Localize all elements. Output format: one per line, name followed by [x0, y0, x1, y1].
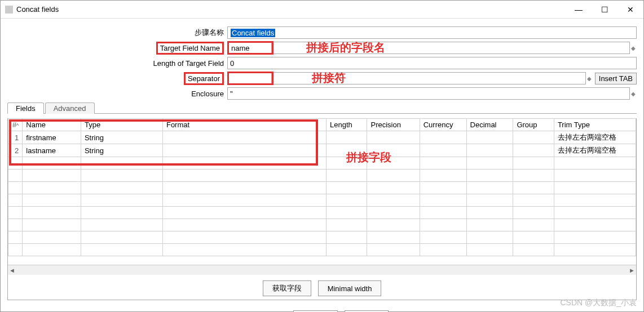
length-label: Length of Target Field	[7, 59, 227, 68]
scroll-left-icon[interactable]: ◄	[9, 267, 15, 274]
tab-fields[interactable]: Fields	[7, 102, 44, 114]
enclosure-input[interactable]	[227, 87, 630, 100]
separator-label: Separator	[184, 72, 224, 85]
col-type[interactable]: Type	[81, 119, 162, 131]
col-length[interactable]: Length	[326, 119, 367, 131]
horizontal-scrollbar[interactable]: ◄ ►	[8, 265, 636, 275]
app-icon	[5, 6, 13, 14]
titlebar: Concat fields — ☐ ✕	[1, 1, 643, 19]
col-group[interactable]: Group	[513, 119, 554, 131]
insert-tab-button[interactable]: Insert TAB	[595, 73, 637, 84]
step-name-input[interactable]: Concat fields	[227, 26, 637, 39]
target-field-label: Target Field Name	[156, 42, 224, 55]
col-format[interactable]: Format	[162, 119, 326, 131]
separator-input[interactable]	[229, 73, 272, 83]
field-helper-icon[interactable]: ◆	[586, 75, 593, 82]
scroll-right-icon[interactable]: ►	[629, 267, 635, 274]
col-decimal[interactable]: Decimal	[466, 119, 513, 131]
minimal-width-button[interactable]: Minimal width	[318, 280, 382, 296]
step-name-value: Concat fields	[231, 29, 275, 37]
minimize-button[interactable]: —	[566, 1, 592, 19]
annotation-fields: 拼接字段	[346, 150, 391, 165]
window-title: Concat fields	[16, 5, 59, 14]
field-helper-icon[interactable]: ◆	[630, 91, 637, 97]
length-input[interactable]	[227, 57, 637, 69]
step-name-label: 步骤名称	[7, 28, 227, 38]
col-currency[interactable]: Currency	[420, 119, 466, 131]
tab-strip: Fields Advanced	[7, 102, 637, 114]
table-row[interactable]: 1 firstname String 去掉左右两端空格	[8, 131, 636, 144]
annotation-separator: 拼接符	[312, 70, 346, 86]
window-controls: — ☐ ✕	[566, 1, 643, 19]
field-helper-icon[interactable]: ◆	[630, 45, 637, 51]
col-precision[interactable]: Precision	[367, 119, 420, 131]
maximize-button[interactable]: ☐	[592, 1, 617, 19]
target-field-input[interactable]	[229, 43, 272, 53]
annotation-target-field: 拼接后的字段名	[306, 40, 385, 55]
table-header-row: #^ Name Type Format Length Precision Cur…	[8, 119, 636, 131]
col-name[interactable]: Name	[23, 119, 81, 131]
col-trim[interactable]: Trim Type	[554, 119, 636, 131]
get-fields-button[interactable]: 获取字段	[263, 280, 311, 296]
enclosure-label: Enclosure	[7, 90, 227, 98]
fields-table: #^ Name Type Format Length Precision Cur…	[8, 118, 636, 265]
tab-advanced[interactable]: Advanced	[45, 102, 95, 114]
watermark: CSDN @大数据_小袁	[560, 298, 637, 308]
close-button[interactable]: ✕	[617, 1, 643, 19]
table-row[interactable]: 2 lastname String 去掉左右两端空格	[8, 144, 636, 157]
